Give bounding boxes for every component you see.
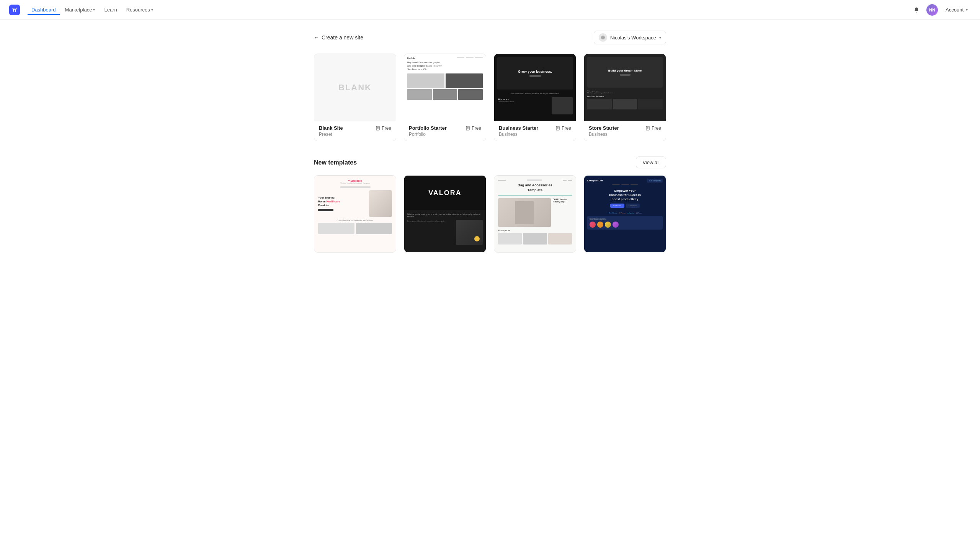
new-template-card-bag[interactable]: Bag and AccessoriesTemplate CARRY fashio… (494, 175, 576, 253)
workspace-chevron-icon: ▾ (659, 36, 661, 40)
view-all-button[interactable]: View all (636, 156, 666, 168)
nav-link-marketplace[interactable]: Marketplace ▾ (61, 5, 99, 15)
template-price: Free (645, 126, 661, 131)
header-row: ← Create a new site Nicolas's Workspace … (314, 31, 666, 44)
workspace-selector[interactable]: Nicolas's Workspace ▾ (594, 31, 666, 44)
main-content: ← Create a new site Nicolas's Workspace … (306, 20, 674, 276)
notification-bell-button[interactable] (911, 5, 922, 15)
account-chevron-icon: ▾ (966, 8, 968, 12)
valora-thumbnail: VALORA Whether you're starting out or sc… (404, 176, 486, 252)
workspace-icon (599, 33, 607, 42)
bag-thumbnail: Bag and AccessoriesTemplate CARRY fashio… (494, 176, 576, 252)
resources-chevron-icon: ▾ (151, 8, 153, 12)
template-card-portfolio[interactable]: Portfolio Hey there! I'm a creative grap… (404, 54, 486, 141)
svg-point-1 (601, 36, 605, 39)
new-template-card-valora[interactable]: VALORA Whether you're starting out or sc… (404, 175, 486, 253)
user-avatar: NN (926, 4, 938, 16)
template-card-business[interactable]: Grow your business. Grow your business, … (494, 54, 576, 141)
new-templates-title: New templates (314, 159, 357, 166)
marketplace-chevron-icon: ▾ (93, 8, 95, 12)
nav-link-resources[interactable]: Resources ▾ (122, 5, 157, 15)
webflow-logo[interactable] (9, 5, 20, 15)
nav-right: NN Account ▾ (911, 4, 971, 16)
starter-templates-grid: BLANK Blank Site Free Preset Portfolio (314, 54, 666, 141)
template-price: Free (376, 126, 391, 131)
new-template-card-enterprise[interactable]: EnterpriseLink B2B Template Empower Your… (584, 175, 666, 253)
healthcare-thumbnail: ♥ Marseille Webflow Template for Doctors… (314, 176, 396, 252)
blank-thumbnail: BLANK (314, 54, 396, 121)
blank-label: BLANK (338, 83, 372, 93)
svg-rect-0 (9, 5, 20, 15)
top-navigation: Dashboard Marketplace ▾ Learn Resources … (0, 0, 980, 20)
file-icon (376, 126, 380, 130)
business-thumbnail: Grow your business. Grow your business, … (494, 54, 576, 121)
new-templates-section-header: New templates View all (314, 156, 666, 168)
new-templates-grid: ♥ Marseille Webflow Template for Doctors… (314, 175, 666, 253)
store-thumbnail: Build your dream store This is your spac… (584, 54, 666, 121)
nav-link-learn[interactable]: Learn (100, 5, 121, 15)
new-template-card-healthcare[interactable]: ♥ Marseille Webflow Template for Doctors… (314, 175, 396, 253)
template-info: Blank Site Free Preset (314, 121, 396, 141)
back-button[interactable]: ← Create a new site (314, 34, 363, 41)
bell-icon (913, 7, 920, 13)
template-price: Free (555, 126, 571, 131)
template-price: Free (466, 126, 481, 131)
template-card-store[interactable]: Build your dream store This is your spac… (584, 54, 666, 141)
template-card-blank[interactable]: BLANK Blank Site Free Preset (314, 54, 396, 141)
nav-links: Dashboard Marketplace ▾ Learn Resources … (28, 5, 911, 15)
enterprise-thumbnail: EnterpriseLink B2B Template Empower Your… (584, 176, 666, 252)
nav-link-dashboard[interactable]: Dashboard (28, 5, 60, 15)
portfolio-thumbnail: Portfolio Hey there! I'm a creative grap… (404, 54, 486, 121)
account-menu-button[interactable]: Account ▾ (942, 5, 971, 14)
back-arrow-icon: ← (314, 34, 319, 41)
workspace-gear-icon (600, 35, 606, 40)
